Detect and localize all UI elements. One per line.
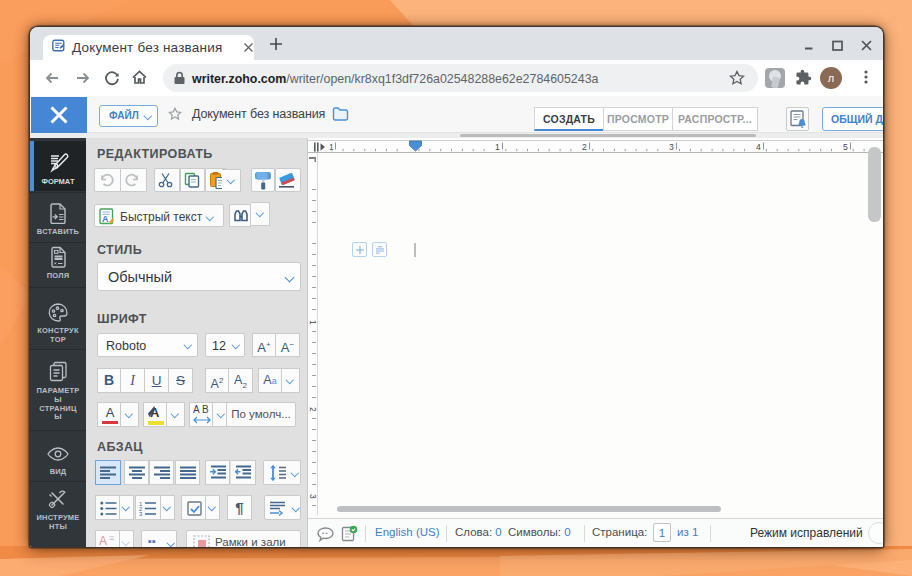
svg-text:A: A bbox=[102, 214, 109, 224]
svg-text:3: 3 bbox=[308, 494, 318, 499]
svg-text:1: 1 bbox=[495, 142, 500, 152]
svg-text:3: 3 bbox=[669, 142, 674, 152]
svg-text:1: 1 bbox=[308, 320, 318, 325]
svg-text:4: 4 bbox=[756, 142, 761, 152]
svg-text:3: 3 bbox=[139, 511, 143, 516]
svg-text:2: 2 bbox=[582, 142, 587, 152]
svg-text:2: 2 bbox=[308, 407, 318, 412]
svg-text:5: 5 bbox=[843, 142, 848, 152]
svg-text:1: 1 bbox=[329, 142, 334, 152]
